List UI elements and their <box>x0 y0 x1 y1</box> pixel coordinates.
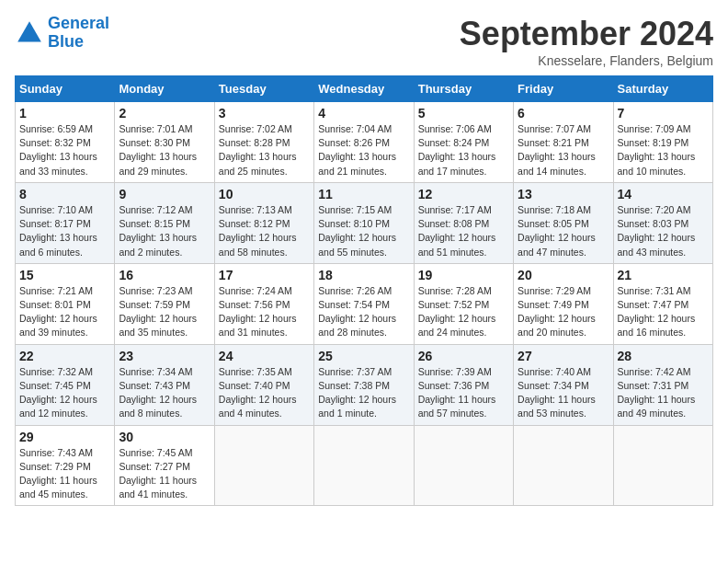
calendar-week-row: 22Sunrise: 7:32 AM Sunset: 7:45 PM Dayli… <box>16 344 713 425</box>
day-info: Sunrise: 7:37 AM Sunset: 7:38 PM Dayligh… <box>318 365 409 421</box>
weekday-header-monday: Monday <box>115 76 214 102</box>
day-number: 21 <box>618 268 709 282</box>
calendar-cell: 21Sunrise: 7:31 AM Sunset: 7:47 PM Dayli… <box>613 263 712 344</box>
calendar-cell: 25Sunrise: 7:37 AM Sunset: 7:38 PM Dayli… <box>314 344 414 425</box>
calendar-cell: 19Sunrise: 7:28 AM Sunset: 7:52 PM Dayli… <box>414 263 513 344</box>
calendar-cell <box>214 425 313 506</box>
day-info: Sunrise: 7:39 AM Sunset: 7:36 PM Dayligh… <box>418 365 509 421</box>
calendar-cell: 15Sunrise: 7:21 AM Sunset: 8:01 PM Dayli… <box>16 263 115 344</box>
day-number: 20 <box>518 268 609 282</box>
calendar-body: 1Sunrise: 6:59 AM Sunset: 8:32 PM Daylig… <box>16 102 713 506</box>
day-number: 5 <box>418 106 509 121</box>
calendar-cell <box>414 425 513 506</box>
day-number: 4 <box>318 106 409 121</box>
day-number: 16 <box>119 268 210 282</box>
weekday-header-wednesday: Wednesday <box>314 76 414 102</box>
calendar-cell: 28Sunrise: 7:42 AM Sunset: 7:31 PM Dayli… <box>613 344 712 425</box>
day-number: 11 <box>318 187 409 201</box>
day-info: Sunrise: 7:01 AM Sunset: 8:30 PM Dayligh… <box>119 122 210 178</box>
day-number: 19 <box>418 268 509 282</box>
day-number: 1 <box>19 106 110 121</box>
logo-text: General Blue <box>48 15 109 52</box>
day-info: Sunrise: 7:13 AM Sunset: 8:12 PM Dayligh… <box>219 203 310 259</box>
weekday-header-row: SundayMondayTuesdayWednesdayThursdayFrid… <box>16 76 713 102</box>
day-info: Sunrise: 7:43 AM Sunset: 7:29 PM Dayligh… <box>19 446 110 502</box>
day-number: 10 <box>219 187 310 201</box>
day-number: 13 <box>518 187 609 201</box>
weekday-header-tuesday: Tuesday <box>214 76 313 102</box>
day-number: 25 <box>318 349 409 363</box>
calendar-cell: 12Sunrise: 7:17 AM Sunset: 8:08 PM Dayli… <box>414 182 513 263</box>
day-info: Sunrise: 7:18 AM Sunset: 8:05 PM Dayligh… <box>518 203 609 259</box>
calendar-cell: 29Sunrise: 7:43 AM Sunset: 7:29 PM Dayli… <box>16 425 115 506</box>
calendar-cell: 20Sunrise: 7:29 AM Sunset: 7:49 PM Dayli… <box>514 263 613 344</box>
page-header: General Blue September 2024 Knesselare, … <box>15 15 713 68</box>
day-info: Sunrise: 7:35 AM Sunset: 7:40 PM Dayligh… <box>219 365 310 421</box>
calendar-cell: 13Sunrise: 7:18 AM Sunset: 8:05 PM Dayli… <box>514 182 613 263</box>
calendar-cell: 3Sunrise: 7:02 AM Sunset: 8:28 PM Daylig… <box>214 102 313 183</box>
day-info: Sunrise: 7:26 AM Sunset: 7:54 PM Dayligh… <box>318 284 409 340</box>
weekday-header-saturday: Saturday <box>613 76 712 102</box>
calendar-week-row: 15Sunrise: 7:21 AM Sunset: 8:01 PM Dayli… <box>16 263 713 344</box>
month-title: September 2024 <box>460 15 713 53</box>
day-info: Sunrise: 7:32 AM Sunset: 7:45 PM Dayligh… <box>19 365 110 421</box>
day-info: Sunrise: 7:42 AM Sunset: 7:31 PM Dayligh… <box>618 365 709 421</box>
day-info: Sunrise: 7:10 AM Sunset: 8:17 PM Dayligh… <box>19 203 110 259</box>
calendar-cell: 27Sunrise: 7:40 AM Sunset: 7:34 PM Dayli… <box>514 344 613 425</box>
calendar-cell: 17Sunrise: 7:24 AM Sunset: 7:56 PM Dayli… <box>214 263 313 344</box>
day-info: Sunrise: 7:04 AM Sunset: 8:26 PM Dayligh… <box>318 122 409 178</box>
day-info: Sunrise: 7:29 AM Sunset: 7:49 PM Dayligh… <box>518 284 609 340</box>
day-info: Sunrise: 7:09 AM Sunset: 8:19 PM Dayligh… <box>618 122 709 178</box>
calendar-cell: 10Sunrise: 7:13 AM Sunset: 8:12 PM Dayli… <box>214 182 313 263</box>
day-number: 26 <box>418 349 509 363</box>
day-number: 27 <box>518 349 609 363</box>
calendar-cell <box>314 425 414 506</box>
day-number: 30 <box>119 430 210 444</box>
day-info: Sunrise: 7:21 AM Sunset: 8:01 PM Dayligh… <box>19 284 110 340</box>
day-number: 6 <box>518 106 609 121</box>
day-number: 7 <box>618 106 709 121</box>
calendar-cell: 22Sunrise: 7:32 AM Sunset: 7:45 PM Dayli… <box>16 344 115 425</box>
weekday-header-friday: Friday <box>514 76 613 102</box>
calendar-cell: 30Sunrise: 7:45 AM Sunset: 7:27 PM Dayli… <box>115 425 214 506</box>
weekday-header-thursday: Thursday <box>414 76 513 102</box>
day-number: 9 <box>119 187 210 201</box>
day-number: 29 <box>19 430 110 444</box>
calendar-table: SundayMondayTuesdayWednesdayThursdayFrid… <box>15 75 713 506</box>
calendar-cell: 18Sunrise: 7:26 AM Sunset: 7:54 PM Dayli… <box>314 263 414 344</box>
day-number: 14 <box>618 187 709 201</box>
day-info: Sunrise: 7:28 AM Sunset: 7:52 PM Dayligh… <box>418 284 509 340</box>
day-number: 28 <box>618 349 709 363</box>
calendar-cell: 2Sunrise: 7:01 AM Sunset: 8:30 PM Daylig… <box>115 102 214 183</box>
calendar-cell: 4Sunrise: 7:04 AM Sunset: 8:26 PM Daylig… <box>314 102 414 183</box>
weekday-header-sunday: Sunday <box>16 76 115 102</box>
day-info: Sunrise: 7:24 AM Sunset: 7:56 PM Dayligh… <box>219 284 310 340</box>
day-number: 12 <box>418 187 509 201</box>
calendar-cell: 23Sunrise: 7:34 AM Sunset: 7:43 PM Dayli… <box>115 344 214 425</box>
calendar-cell: 5Sunrise: 7:06 AM Sunset: 8:24 PM Daylig… <box>414 102 513 183</box>
day-number: 2 <box>119 106 210 121</box>
day-info: Sunrise: 7:02 AM Sunset: 8:28 PM Dayligh… <box>219 122 310 178</box>
calendar-cell: 1Sunrise: 6:59 AM Sunset: 8:32 PM Daylig… <box>16 102 115 183</box>
day-info: Sunrise: 6:59 AM Sunset: 8:32 PM Dayligh… <box>19 122 110 178</box>
calendar-cell: 8Sunrise: 7:10 AM Sunset: 8:17 PM Daylig… <box>16 182 115 263</box>
calendar-cell: 6Sunrise: 7:07 AM Sunset: 8:21 PM Daylig… <box>514 102 613 183</box>
day-info: Sunrise: 7:12 AM Sunset: 8:15 PM Dayligh… <box>119 203 210 259</box>
day-info: Sunrise: 7:15 AM Sunset: 8:10 PM Dayligh… <box>318 203 409 259</box>
calendar-week-row: 29Sunrise: 7:43 AM Sunset: 7:29 PM Dayli… <box>16 425 713 506</box>
calendar-cell: 9Sunrise: 7:12 AM Sunset: 8:15 PM Daylig… <box>115 182 214 263</box>
day-info: Sunrise: 7:23 AM Sunset: 7:59 PM Dayligh… <box>119 284 210 340</box>
logo: General Blue <box>15 15 109 52</box>
day-number: 23 <box>119 349 210 363</box>
calendar-cell: 7Sunrise: 7:09 AM Sunset: 8:19 PM Daylig… <box>613 102 712 183</box>
calendar-week-row: 8Sunrise: 7:10 AM Sunset: 8:17 PM Daylig… <box>16 182 713 263</box>
day-number: 8 <box>19 187 110 201</box>
day-number: 15 <box>19 268 110 282</box>
day-number: 24 <box>219 349 310 363</box>
calendar-week-row: 1Sunrise: 6:59 AM Sunset: 8:32 PM Daylig… <box>16 102 713 183</box>
day-info: Sunrise: 7:07 AM Sunset: 8:21 PM Dayligh… <box>518 122 609 178</box>
day-info: Sunrise: 7:31 AM Sunset: 7:47 PM Dayligh… <box>618 284 709 340</box>
location-subtitle: Knesselare, Flanders, Belgium <box>460 53 713 68</box>
calendar-cell <box>613 425 712 506</box>
calendar-cell: 14Sunrise: 7:20 AM Sunset: 8:03 PM Dayli… <box>613 182 712 263</box>
